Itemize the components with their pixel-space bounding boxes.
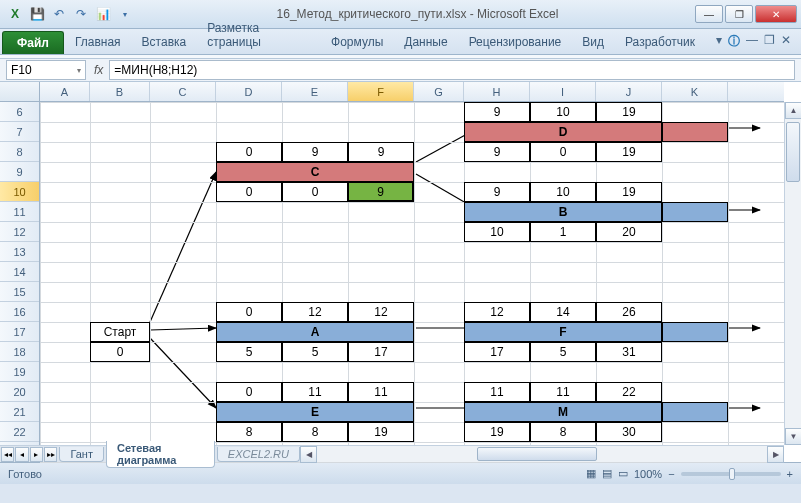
node-M-top-1[interactable]: 11 <box>530 382 596 402</box>
maximize-button[interactable]: ❐ <box>725 5 753 23</box>
minimize-button[interactable]: — <box>695 5 723 23</box>
start-label[interactable]: Старт <box>90 322 150 342</box>
col-header-K[interactable]: K <box>662 82 728 101</box>
ribbon-tab-review[interactable]: Рецензирование <box>459 30 572 54</box>
tab-nav-first[interactable]: ◂◂ <box>1 447 14 462</box>
view-layout-icon[interactable]: ▤ <box>602 467 612 480</box>
zoom-out-button[interactable]: − <box>668 468 674 480</box>
scroll-right-button[interactable]: ▶ <box>767 446 784 463</box>
node-F-label[interactable]: F <box>464 322 662 342</box>
col-header-C[interactable]: C <box>150 82 216 101</box>
vscroll-thumb[interactable] <box>786 122 800 182</box>
start-value[interactable]: 0 <box>90 342 150 362</box>
node-B-top-2[interactable]: 19 <box>596 182 662 202</box>
ribbon-tab-home[interactable]: Главная <box>65 30 131 54</box>
node-B-top-1[interactable]: 10 <box>530 182 596 202</box>
row-header-12[interactable]: 12 <box>0 222 39 242</box>
node-A-top-2[interactable]: 12 <box>348 302 414 322</box>
row-header-6[interactable]: 6 <box>0 102 39 122</box>
node-D-bot-2[interactable]: 19 <box>596 142 662 162</box>
node-A-bot-0[interactable]: 5 <box>216 342 282 362</box>
row-header-9[interactable]: 9 <box>0 162 39 182</box>
vertical-scrollbar[interactable]: ▲ ▼ <box>784 102 801 445</box>
node-right-m[interactable] <box>662 402 728 422</box>
sheet-tab-2[interactable]: EXCEL2.RU <box>217 447 300 462</box>
node-F-bot-1[interactable]: 5 <box>530 342 596 362</box>
node-C-bot-0[interactable]: 0 <box>216 182 282 202</box>
redo-icon[interactable]: ↷ <box>72 5 90 23</box>
scroll-up-button[interactable]: ▲ <box>785 102 801 119</box>
node-D-top-2[interactable]: 19 <box>596 102 662 122</box>
node-A-top-1[interactable]: 12 <box>282 302 348 322</box>
col-header-A[interactable]: A <box>40 82 90 101</box>
row-header-14[interactable]: 14 <box>0 262 39 282</box>
row-header-21[interactable]: 21 <box>0 402 39 422</box>
node-C-top-1[interactable]: 9 <box>282 142 348 162</box>
node-A-label[interactable]: A <box>216 322 414 342</box>
row-header-11[interactable]: 11 <box>0 202 39 222</box>
node-M-bot-0[interactable]: 19 <box>464 422 530 442</box>
sheet-tab-0[interactable]: Гант <box>59 447 104 462</box>
qat-dropdown-icon[interactable]: ▾ <box>116 5 134 23</box>
save-icon[interactable]: 💾 <box>28 5 46 23</box>
node-F-bot-2[interactable]: 31 <box>596 342 662 362</box>
tab-nav-prev[interactable]: ◂ <box>15 447 28 462</box>
node-M-top-0[interactable]: 11 <box>464 382 530 402</box>
undo-icon[interactable]: ↶ <box>50 5 68 23</box>
row-header-18[interactable]: 18 <box>0 342 39 362</box>
zoom-in-button[interactable]: + <box>787 468 793 480</box>
node-B-label[interactable]: B <box>464 202 662 222</box>
col-header-F[interactable]: F <box>348 82 414 101</box>
node-B-bot-0[interactable]: 10 <box>464 222 530 242</box>
worksheet-grid[interactable]: ABCDEFGHIJK 6789101112131415161718192021… <box>0 82 801 462</box>
node-A-top-0[interactable]: 0 <box>216 302 282 322</box>
node-E-top-1[interactable]: 11 <box>282 382 348 402</box>
ribbon-dd-icon[interactable]: ▾ <box>716 33 722 50</box>
col-header-D[interactable]: D <box>216 82 282 101</box>
node-B-top-0[interactable]: 9 <box>464 182 530 202</box>
node-C-label[interactable]: C <box>216 162 414 182</box>
ribbon-tab-layout[interactable]: Разметка страницы <box>197 16 320 54</box>
node-F-top-2[interactable]: 26 <box>596 302 662 322</box>
node-C-bot-1[interactable]: 0 <box>282 182 348 202</box>
node-C-top-2[interactable]: 9 <box>348 142 414 162</box>
col-header-E[interactable]: E <box>282 82 348 101</box>
node-E-bot-0[interactable]: 8 <box>216 422 282 442</box>
node-M-bot-2[interactable]: 30 <box>596 422 662 442</box>
mdi-close-icon[interactable]: ✕ <box>781 33 791 50</box>
node-F-bot-0[interactable]: 17 <box>464 342 530 362</box>
row-header-7[interactable]: 7 <box>0 122 39 142</box>
node-D-label[interactable]: D <box>464 122 662 142</box>
ribbon-tab-dev[interactable]: Разработчик <box>615 30 705 54</box>
tab-nav-next[interactable]: ▸ <box>30 447 43 462</box>
close-button[interactable]: ✕ <box>755 5 797 23</box>
node-right-b[interactable] <box>662 202 728 222</box>
node-right-d[interactable] <box>662 122 728 142</box>
row-header-20[interactable]: 20 <box>0 382 39 402</box>
file-tab[interactable]: Файл <box>2 31 64 54</box>
name-box[interactable]: F10 ▾ <box>6 60 86 80</box>
select-all-corner[interactable] <box>0 82 40 101</box>
row-header-13[interactable]: 13 <box>0 242 39 262</box>
node-B-bot-1[interactable]: 1 <box>530 222 596 242</box>
row-header-10[interactable]: 10 <box>0 182 39 202</box>
node-M-top-2[interactable]: 22 <box>596 382 662 402</box>
node-D-bot-0[interactable]: 9 <box>464 142 530 162</box>
horizontal-scrollbar[interactable]: ◀ ▶ <box>300 445 784 462</box>
fx-icon[interactable]: fx <box>88 63 109 77</box>
mdi-min-icon[interactable]: — <box>746 33 758 50</box>
scroll-down-button[interactable]: ▼ <box>785 428 801 445</box>
ribbon-tab-insert[interactable]: Вставка <box>132 30 197 54</box>
view-normal-icon[interactable]: ▦ <box>586 467 596 480</box>
node-C-top-0[interactable]: 0 <box>216 142 282 162</box>
col-header-J[interactable]: J <box>596 82 662 101</box>
node-E-bot-1[interactable]: 8 <box>282 422 348 442</box>
node-M-bot-1[interactable]: 8 <box>530 422 596 442</box>
row-header-17[interactable]: 17 <box>0 322 39 342</box>
node-A-bot-1[interactable]: 5 <box>282 342 348 362</box>
node-A-bot-2[interactable]: 17 <box>348 342 414 362</box>
col-header-G[interactable]: G <box>414 82 464 101</box>
row-header-22[interactable]: 22 <box>0 422 39 442</box>
node-D-top-0[interactable]: 9 <box>464 102 530 122</box>
name-box-dropdown-icon[interactable]: ▾ <box>77 66 81 75</box>
